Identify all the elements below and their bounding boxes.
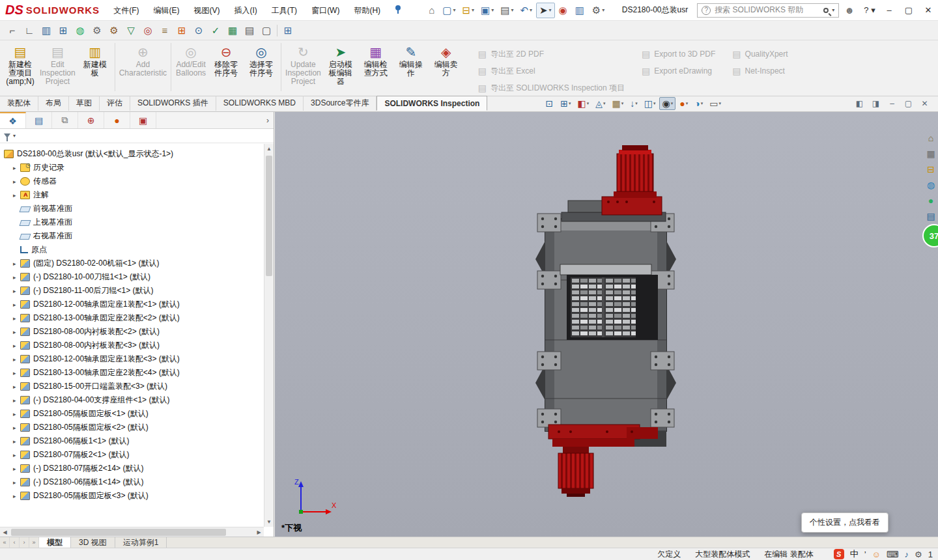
quickbar-icon[interactable]: ⊟ ▾ [459, 3, 477, 18]
ribbon-button[interactable]: ▥ 新建模 板 [78, 42, 113, 79]
view-tool-icon[interactable]: ◧ ▾ [575, 97, 591, 110]
toolbar-icon[interactable]: ⌐ [4, 23, 21, 38]
expand-arrow-icon[interactable]: ▸ [13, 397, 20, 404]
toolbar-icon[interactable]: ⊞ [55, 23, 72, 38]
expand-arrow-icon[interactable]: ▸ [13, 192, 20, 199]
ribbon-button[interactable]: ▤ 新建检 查项目 (amp;N) [3, 42, 38, 88]
ribbon-button[interactable]: ✎ 编辑操 作 [393, 42, 429, 79]
document-window-button[interactable]: ◨ [868, 99, 884, 108]
expand-arrow-icon[interactable]: ▸ [13, 466, 20, 472]
tree-item[interactable]: ▸ 传感器 [0, 175, 264, 188]
toolbar-icon[interactable]: ▦ [224, 23, 241, 38]
tree-item[interactable]: ▸ DS2180-12-00轴承固定座1装配<1> (默认) [0, 298, 264, 311]
toolbar-icon[interactable]: ◍ [72, 23, 89, 38]
quickbar-icon[interactable]: ◉ [556, 3, 571, 18]
quickbar-icon[interactable]: ⚙ ▾ [590, 3, 607, 18]
tree-item[interactable]: ▸ DS2180-12-00轴承固定座1装配<3> (默认) [0, 352, 264, 366]
toolbar-icon[interactable]: ∟ [21, 23, 38, 38]
scroll-right-icon[interactable]: ▶ [254, 527, 264, 537]
view-tool-icon[interactable]: ⊡ [543, 97, 556, 110]
window-control-button[interactable]: ▢ [899, 0, 918, 21]
toolbar-icon[interactable]: ⊞ [279, 23, 296, 38]
expand-arrow-icon[interactable]: ▸ [13, 329, 20, 335]
expand-arrow-icon[interactable]: ▸ [13, 274, 20, 281]
command-tab[interactable]: 3DSource零件库 [304, 96, 377, 111]
toolbar-icon[interactable]: ⊙ [190, 23, 207, 38]
menu-item[interactable]: 帮助(H) [347, 0, 388, 21]
tree-item[interactable]: ▸ DS2180-13-00轴承固定座2装配<4> (默认) [0, 366, 264, 380]
tree-item[interactable]: ▸ DS2180-05隔板固定板<1> (默认) [0, 407, 264, 421]
quickbar-icon[interactable]: ▥ [573, 3, 588, 18]
panel-tab-icon[interactable]: ▣ [130, 112, 156, 128]
expand-arrow-icon[interactable]: ▸ [13, 343, 20, 349]
toolbar-icon[interactable]: ◎ [139, 23, 156, 38]
tree-root-item[interactable]: DS2180-00总装usr (默认<默认_显示状态-1>) [0, 147, 264, 161]
toolbar-icon[interactable]: ⊞ [173, 23, 190, 38]
menu-item[interactable]: 插入(I) [227, 0, 264, 21]
tree-item[interactable]: ▸ (-) DS2180-04-00支撑座组件<1> (默认) [0, 393, 264, 407]
expand-arrow-icon[interactable]: ▸ [13, 165, 20, 171]
panel-tab-icon[interactable]: ❖ [0, 112, 26, 128]
view-tool-icon[interactable]: ◉ ▾ [659, 97, 675, 110]
expand-arrow-icon[interactable]: ▸ [13, 178, 20, 185]
task-pane-icon[interactable]: ◍ [924, 177, 938, 193]
tray-icon[interactable]: ’ [864, 550, 866, 559]
view-tool-icon[interactable]: ▦ ▾ [609, 97, 626, 110]
model-3d[interactable] [529, 143, 692, 498]
scroll-down-icon[interactable]: ▼ [264, 517, 274, 527]
filter-funnel-icon[interactable] [4, 133, 10, 138]
tree-item[interactable]: ▸ (-) DS2180-11-00后刀辊<1> (默认) [0, 284, 264, 298]
tree-vertical-scrollbar[interactable]: ▲ ▼ [264, 144, 274, 527]
expand-arrow-icon[interactable]: ▸ [13, 315, 20, 322]
view-tool-icon[interactable]: ◫ ▾ [642, 97, 659, 110]
expand-arrow-icon[interactable]: ▸ [13, 384, 20, 390]
command-tab[interactable]: 布局 [38, 96, 69, 111]
view-tool-icon[interactable]: ↓ ▾ [627, 97, 640, 110]
menu-item[interactable]: 编辑(E) [146, 0, 186, 21]
ribbon-button[interactable]: ↻ Update Inspection Project [283, 42, 323, 88]
view-tool-icon[interactable]: ● ▾ [677, 97, 690, 110]
tree-item[interactable]: ▸ (-) DS2180-07隔板2<14> (默认) [0, 462, 264, 475]
expand-arrow-icon[interactable]: ▸ [13, 425, 20, 431]
expand-arrow-icon[interactable]: ▸ [13, 356, 20, 363]
quickbar-icon[interactable]: ⌂ [426, 3, 438, 17]
view-tool-icon[interactable]: ◑ ▾ [692, 97, 705, 110]
tray-icon[interactable]: ♪ [905, 550, 909, 559]
tab-nav-arrow-icon[interactable]: « [0, 537, 10, 548]
quickbar-icon[interactable]: ↶ ▾ [517, 3, 535, 18]
ribbon-button[interactable]: ◎ Add/Edit Balloons [173, 42, 208, 79]
toolbar-icon[interactable] [275, 23, 279, 38]
tree-item[interactable]: ▸ DS2180-13-00轴承固定座2装配<2> (默认) [0, 311, 264, 325]
expand-arrow-icon[interactable]: ▸ [13, 452, 20, 458]
task-pane-icon[interactable]: ▦ [924, 146, 938, 161]
expand-arrow-icon[interactable]: ▸ [13, 493, 20, 499]
tab-nav-arrow-icon[interactable]: » [29, 537, 39, 548]
menu-item[interactable]: 窗口(W) [304, 0, 347, 21]
panel-tab-icon[interactable]: ▤ [26, 112, 52, 128]
tab-nav-arrow-icon[interactable]: › [20, 537, 29, 548]
task-pane-icon[interactable]: ⊟ [924, 161, 938, 177]
tree-item[interactable]: ▸ 注解 [0, 188, 264, 202]
tree-item[interactable]: ▸ DS2180-06隔板1<1> (默认) [0, 434, 264, 448]
panel-tab-icon[interactable]: ⊕ [78, 112, 104, 128]
ribbon-button[interactable]: ⊖ 移除零 件序号 [208, 42, 244, 79]
expand-arrow-icon[interactable]: ▸ [13, 370, 20, 376]
expand-arrow-icon[interactable]: ▸ [13, 288, 20, 294]
tree-item[interactable]: ▸ DS2180-15-00开口端盖装配<3> (默认) [0, 380, 264, 393]
tree-item[interactable]: ▸ (-) DS2180-06隔板1<14> (默认) [0, 475, 264, 489]
tree-item[interactable]: 前视基准面 [0, 202, 264, 216]
ribbon-button[interactable] [115, 43, 115, 91]
menu-item[interactable]: 工具(T) [264, 0, 304, 21]
tree-item[interactable]: 右视基准面 [0, 229, 264, 243]
command-tab[interactable]: 装配体 [0, 96, 38, 111]
tree-horizontal-scrollbar[interactable]: ◀ ▶ [0, 527, 264, 537]
window-control-button[interactable]: ‒ [879, 0, 899, 21]
window-control-button[interactable]: ✕ [918, 0, 938, 21]
document-window-button[interactable]: ◧ [851, 99, 868, 108]
scroll-up-icon[interactable]: ▲ [264, 144, 274, 154]
help-menu-button[interactable]: ? ▾ [860, 0, 879, 21]
filter-caret-icon[interactable]: ▾ [13, 133, 16, 139]
menu-item[interactable]: 文件(F) [106, 0, 146, 21]
tree-item[interactable]: 上视基准面 [0, 216, 264, 229]
command-tab[interactable]: 评估 [100, 96, 130, 111]
